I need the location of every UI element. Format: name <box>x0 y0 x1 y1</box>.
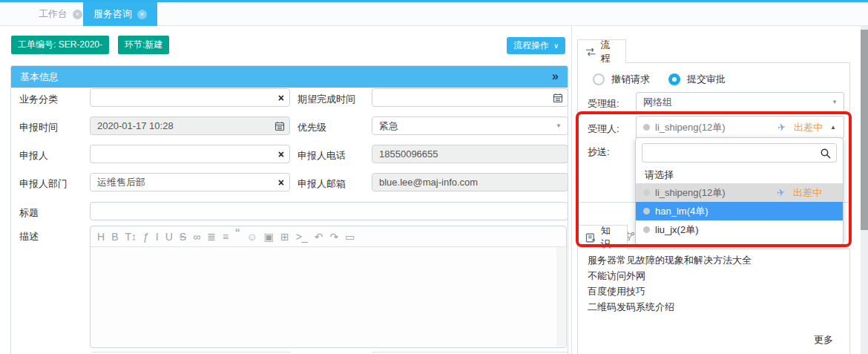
emoji-icon[interactable]: ☺ <box>246 226 257 247</box>
status-dot-icon <box>643 189 650 196</box>
handler-label: 受理人: <box>588 122 619 136</box>
dropdown-search-field[interactable] <box>642 143 837 163</box>
business-category-label: 业务分类 <box>19 93 58 106</box>
heading-icon[interactable]: H <box>97 226 105 247</box>
airplane-icon: ✈ <box>776 186 786 198</box>
option-name: liu_jx(2单) <box>655 223 699 237</box>
process-side-panel: 流程 撤销请求 提交审批 受理组: 网络组 ▼ 受理人: li_shipeng(… <box>571 26 868 354</box>
editor-scroll-area <box>556 247 565 347</box>
process-action-button[interactable]: 流程操作 ∨ <box>507 37 565 54</box>
dropdown-option-han-lm[interactable]: han_lm(4单) <box>636 202 843 220</box>
dept-label: 申报人部门 <box>19 177 68 191</box>
image-icon[interactable]: ▣ <box>264 226 274 247</box>
handler-group-value: 网络组 <box>637 96 832 109</box>
tab-process[interactable]: 流程 <box>577 39 626 63</box>
dropdown-prompt-option[interactable]: 请选择 <box>636 167 843 183</box>
tab-bar: ◀◀ 工作台 × 服务咨询 × ▶▶ <box>0 2 868 26</box>
title-field[interactable] <box>90 202 568 220</box>
option-name: li_shipeng(12单) <box>655 186 726 200</box>
reporter-label: 申报人 <box>19 149 48 163</box>
business-category-input[interactable] <box>91 89 289 106</box>
report-time-label: 申报时间 <box>19 121 58 134</box>
app-window: ◀◀ 工作台 × 服务咨询 × ▶▶ 工单编号: SER-2020- 环节:新建… <box>0 0 868 354</box>
reporter-input[interactable] <box>91 145 289 163</box>
rich-text-editor[interactable]: H B T↕ ƒ I U S ∞ ≣ ≡ “ ☺ ▣ ⊞ >_ ↶ ↷ <box>90 226 567 348</box>
dropdown-search-input[interactable] <box>642 144 836 162</box>
priority-label: 优先级 <box>297 121 326 134</box>
close-icon[interactable]: × <box>137 10 147 19</box>
email-field[interactable] <box>372 173 568 191</box>
chevron-up-icon: ▲ <box>830 124 836 131</box>
phone-input[interactable] <box>372 145 568 163</box>
bold-icon[interactable]: B <box>111 226 118 247</box>
priority-value: 紧急 <box>372 119 556 133</box>
table-icon[interactable]: ⊞ <box>280 226 289 247</box>
knowledge-box: 服务器常见故障的现象和解决方法大全 不能访问外网 百度使用技巧 二维码发码系统介… <box>577 249 850 354</box>
ticket-step-badge: 环节:新建 <box>118 36 169 54</box>
list-icon[interactable]: ≣ <box>207 226 216 247</box>
tab-knowledge-label: 知识 <box>601 224 619 251</box>
editor-content-area[interactable] <box>91 247 566 347</box>
tab-knowledge[interactable]: 知识 <box>577 225 628 249</box>
reporter-field[interactable]: × <box>90 145 290 163</box>
email-label: 申报人邮箱 <box>297 177 346 191</box>
clear-icon[interactable]: × <box>278 148 284 161</box>
clear-icon[interactable]: × <box>278 91 284 105</box>
code-icon[interactable]: >_ <box>296 226 308 247</box>
title-label: 标题 <box>19 206 39 220</box>
dropdown-option-li-shipeng[interactable]: li_shipeng(12单) ✈ 出差中 <box>636 183 843 202</box>
dept-field[interactable]: × <box>90 173 290 191</box>
business-category-field[interactable]: × <box>90 88 290 107</box>
more-link[interactable]: 更多 <box>814 333 833 347</box>
report-time-field[interactable] <box>90 117 290 135</box>
fullscreen-icon[interactable]: ▭ <box>345 226 355 247</box>
knowledge-item[interactable]: 服务器常见故障的现象和解决方法大全 <box>588 254 840 267</box>
quote-icon[interactable]: “ <box>235 231 240 243</box>
link-icon[interactable]: ∞ <box>193 226 200 247</box>
priority-select[interactable]: 紧急 ▼ <box>372 117 568 135</box>
italic-icon[interactable]: I <box>156 226 159 247</box>
tab-service-consult[interactable]: 服务咨询 × <box>83 2 157 26</box>
description-label: 描述 <box>19 230 39 243</box>
editor-toolbar: H B T↕ ƒ I U S ∞ ≣ ≡ “ ☺ ▣ ⊞ >_ ↶ ↷ <box>91 226 566 247</box>
underline-icon[interactable]: U <box>165 226 173 247</box>
radio-submit-approval[interactable] <box>668 73 680 85</box>
undo-icon[interactable]: ↶ <box>315 226 323 247</box>
knowledge-item[interactable]: 不能访问外网 <box>588 269 840 283</box>
phone-field[interactable] <box>372 145 568 163</box>
scrollbar-thumb[interactable] <box>861 30 868 230</box>
font-size-icon[interactable]: T↕ <box>125 226 137 247</box>
tab-service-consult-label: 服务咨询 <box>93 7 132 21</box>
redo-icon[interactable]: ↷ <box>329 226 338 247</box>
radio-revoke-label: 撤销请求 <box>611 73 650 86</box>
tab-workbench-label: 工作台 <box>39 7 68 21</box>
strikethrough-icon[interactable]: S <box>180 226 186 247</box>
status-dot-icon <box>643 226 650 233</box>
dept-input[interactable] <box>91 174 289 191</box>
clear-icon[interactable]: × <box>278 176 284 189</box>
dropdown-option-liu-jx[interactable]: liu_jx(2单) <box>636 220 843 239</box>
next-row-hint <box>91 352 290 353</box>
expected-time-field[interactable] <box>372 88 568 107</box>
email-input[interactable] <box>372 174 568 191</box>
collapse-section-icon[interactable]: » <box>552 66 559 88</box>
title-input[interactable] <box>91 203 568 220</box>
handler-select[interactable]: li_shipeng(12单) ✈ 出差中 ▲ <box>636 116 844 139</box>
cc-label: 抄送: <box>588 145 610 159</box>
chevron-down-icon: ▼ <box>556 122 568 129</box>
knowledge-item[interactable]: 二维码发码系统介绍 <box>588 301 840 314</box>
handler-group-select[interactable]: 网络组 ▼ <box>636 92 844 112</box>
flow-icon <box>585 47 596 57</box>
close-icon[interactable]: × <box>73 10 82 19</box>
ticket-number-badge: 工单编号: SER-2020- <box>11 36 109 54</box>
report-time-input[interactable] <box>91 117 289 134</box>
align-icon[interactable]: ≡ <box>223 226 228 247</box>
font-family-icon[interactable]: ƒ <box>143 226 149 247</box>
ticket-badges: 工单编号: SER-2020- 环节:新建 <box>11 36 169 54</box>
radio-revoke-request[interactable] <box>593 73 605 85</box>
expected-time-input[interactable] <box>372 89 568 106</box>
phone-label: 申报人电话 <box>297 149 346 163</box>
knowledge-item[interactable]: 百度使用技巧 <box>588 285 840 298</box>
calendar-icon[interactable] <box>274 121 285 131</box>
calendar-icon[interactable] <box>553 93 563 103</box>
